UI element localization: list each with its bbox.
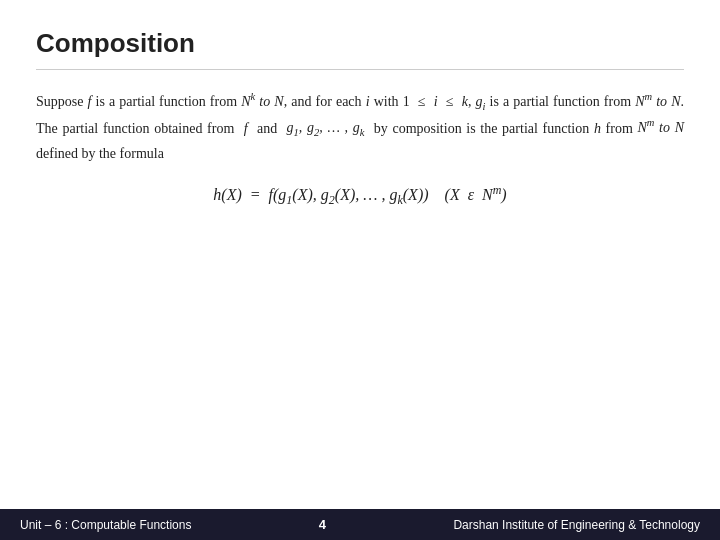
slide: Composition Suppose f is a partial funct… (0, 0, 720, 540)
title-divider (36, 69, 684, 70)
formula: h(X) = f(g1(X), g2(X), … , gk(X)) (X ε N… (36, 181, 684, 211)
slide-title: Composition (36, 28, 684, 59)
footer-right: Darshan Institute of Engineering & Techn… (453, 518, 700, 532)
formula-text: h(X) = f(g1(X), g2(X), … , gk(X)) (X ε N… (213, 181, 506, 211)
footer-page-number: 4 (319, 517, 326, 532)
content-area: Suppose f is a partial function from Nk … (36, 88, 684, 211)
footer-left: Unit – 6 : Computable Functions (20, 518, 191, 532)
content-paragraph: Suppose f is a partial function from Nk … (36, 88, 684, 165)
footer: Unit – 6 : Computable Functions 4 Darsha… (0, 509, 720, 540)
